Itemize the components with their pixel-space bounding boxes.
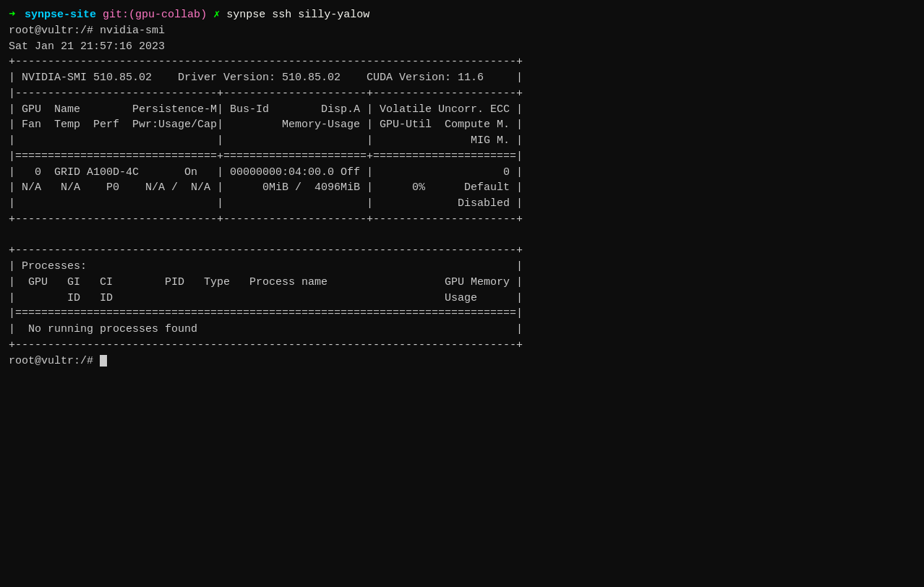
- smi-line-7: | 0 GRID A100D-4C On | 00000000:04:00.0 …: [9, 165, 915, 181]
- git-branch-label: git:(gpu-collab): [103, 7, 207, 23]
- smi-line-9: | | | Disabled |: [9, 196, 915, 212]
- prompt-x-symbol: ✗: [213, 7, 220, 23]
- smi-line-17: | No running processes found |: [9, 322, 915, 338]
- smi-line-1: | NVIDIA-SMI 510.85.02 Driver Version: 5…: [9, 70, 915, 86]
- final-prompt-text: root@vultr:/#: [9, 354, 100, 369]
- command-text-1: synpse ssh silly-yalow: [220, 7, 369, 23]
- smi-line-18: +---------------------------------------…: [9, 338, 915, 354]
- nvidia-smi-output: +---------------------------------------…: [9, 54, 915, 353]
- smi-line-5: | | | MIG M. |: [9, 133, 915, 149]
- smi-line-16: |=======================================…: [9, 306, 915, 322]
- smi-line-13: | Processes: |: [9, 259, 915, 275]
- prompt-line-1: ➜ synpse-site git:(gpu-collab) ✗ synpse …: [9, 7, 915, 23]
- smi-line-11: [9, 228, 915, 244]
- smi-line-8: | N/A N/A P0 N/A / N/A | 0MiB / 4096MiB …: [9, 180, 915, 196]
- final-prompt-line: root@vultr:/#: [9, 354, 915, 369]
- smi-line-6: |===============================+=======…: [9, 149, 915, 165]
- smi-line-15: | ID ID Usage |: [9, 291, 915, 307]
- smi-line-12: +---------------------------------------…: [9, 243, 915, 259]
- smi-line-4: | Fan Temp Perf Pwr:Usage/Cap| Memory-Us…: [9, 117, 915, 133]
- git-suffix: ): [200, 9, 207, 21]
- smi-line-14: | GPU GI CI PID Type Process name GPU Me…: [9, 275, 915, 291]
- terminal-window: ➜ synpse-site git:(gpu-collab) ✗ synpse …: [9, 7, 915, 369]
- directory-name: synpse-site: [25, 7, 96, 23]
- smi-line-0: +---------------------------------------…: [9, 54, 915, 70]
- git-prefix: git:(: [103, 9, 135, 21]
- terminal-cursor: [100, 355, 107, 367]
- smi-line-2: |-------------------------------+-------…: [9, 86, 915, 102]
- output-line-2: root@vultr:/# nvidia-smi: [9, 23, 915, 39]
- smi-line-3: | GPU Name Persistence-M| Bus-Id Disp.A …: [9, 102, 915, 118]
- output-line-3: Sat Jan 21 21:57:16 2023: [9, 39, 915, 55]
- prompt-arrow: ➜: [9, 7, 15, 23]
- smi-line-10: +-------------------------------+-------…: [9, 212, 915, 228]
- branch-name: gpu-collab: [135, 9, 200, 21]
